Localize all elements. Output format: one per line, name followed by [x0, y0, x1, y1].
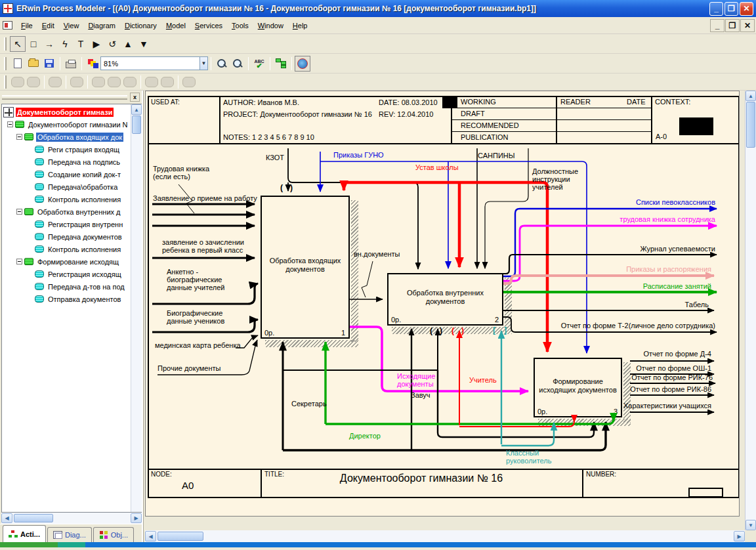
arrow-label-zavuch[interactable]: Завуч [411, 391, 430, 399]
restore-button[interactable]: ❐ [724, 2, 738, 16]
close-button[interactable]: ✕ [740, 2, 753, 16]
tree-item[interactable]: Контроль исполнения [3, 193, 142, 205]
text-tool-button[interactable]: T [73, 36, 89, 52]
arrow-label-direktor[interactable]: Директор [349, 432, 381, 440]
print-button[interactable] [63, 56, 79, 72]
scroll-left-icon[interactable]: ◀ [145, 531, 156, 541]
zoom-in-button[interactable] [214, 56, 230, 72]
tree-item-outgoing[interactable]: Формирование исходящ [3, 255, 142, 268]
zoom-dropdown-button[interactable]: ▼ [200, 57, 207, 70]
arrow-label-zayavlenie-priem[interactable]: Заявление о приеме на работу [153, 194, 270, 202]
minimize-button[interactable]: _ [709, 2, 723, 16]
tree-item[interactable]: Регистрация исходящ [3, 268, 142, 280]
arrow-label-kzot[interactable]: КЗОТ [266, 154, 284, 161]
arrow-label-tabel[interactable]: Табель [685, 301, 709, 308]
arrow-label-trud-knizhka[interactable]: Трудовая книжка (если есть) [153, 165, 224, 180]
menu-window[interactable]: Window [253, 19, 288, 32]
squiggle-tool-button[interactable]: ϟ [57, 36, 73, 52]
menu-edit[interactable]: Edit [37, 19, 59, 32]
rotate-tool-button[interactable]: ↺ [104, 36, 120, 52]
arrow-label-prikazy-guno[interactable]: Приказы ГУНО [333, 151, 384, 159]
scroll-up-icon[interactable]: ▲ [131, 104, 142, 115]
explorer-close-button[interactable]: x [130, 93, 140, 102]
activity-box-3[interactable]: Формирование исходящих документов 0р. 3 [534, 358, 622, 417]
arrow-label-medkarta[interactable]: мединская карта ребенка [155, 341, 241, 349]
tab-diagrams[interactable]: Diag... [47, 527, 92, 542]
arrow-label-biograf[interactable]: Биографические данные учеников [167, 309, 244, 325]
idef0-canvas[interactable]: USED AT: AUTHOR: Иванов М.В. DATE: 08.03… [145, 91, 740, 517]
arrow-label-ishodyashie[interactable]: Исходящие документы [397, 372, 450, 388]
tab-activities[interactable]: Acti... [3, 525, 46, 542]
tree-item[interactable]: Отправка документов [3, 293, 142, 305]
tree-item-internal[interactable]: Обработка внутренних д [3, 205, 142, 218]
scrollbar-thumb[interactable] [14, 514, 53, 522]
zoom-area-button[interactable] [230, 56, 245, 72]
scrollbar-thumb[interactable] [158, 532, 203, 541]
collapse-icon[interactable] [16, 259, 22, 264]
scroll-up-icon[interactable]: ▲ [746, 91, 756, 101]
tree-item-context[interactable]: Документооборот гимназии N [3, 118, 142, 131]
menu-dictionary[interactable]: Dictionary [120, 19, 161, 32]
arrow-label-zhurnal[interactable]: Журнал успеваемости [640, 245, 715, 253]
arrow-tool-button[interactable]: → [41, 36, 57, 52]
activity-box-2[interactable]: Обработка внутренних документов 0р. 2 [387, 273, 503, 326]
tree-item[interactable]: Контроль исполнения [3, 243, 142, 255]
toolbar-grip[interactable] [4, 57, 7, 70]
color-settings-button[interactable] [85, 56, 100, 72]
zoom-input[interactable] [101, 57, 200, 70]
collapse-icon[interactable] [7, 121, 13, 127]
arrow-label-raspisanie[interactable]: Расписание занятий [643, 282, 711, 290]
arrow-label-rik86[interactable]: Отчет по форме РИК-86 [630, 385, 711, 393]
arrow-label-anketno[interactable]: Анкетно - биографические данные учителей [167, 268, 244, 291]
arrow-label-ustav[interactable]: Устав школы [415, 163, 459, 171]
scrollbar-thumb[interactable] [746, 102, 755, 148]
open-button[interactable] [26, 56, 41, 72]
mdi-close-button[interactable]: ✕ [740, 19, 755, 32]
arrow-label-spiski[interactable]: Списки певоклассников [636, 198, 715, 206]
scroll-left-icon[interactable]: ◀ [1, 513, 12, 523]
arrow-label-harakteristiki[interactable]: Характеристики учащихся [623, 402, 711, 410]
toolbar-grip[interactable] [4, 75, 7, 89]
tab-objects[interactable]: Obj... [93, 527, 134, 542]
scroll-right-icon[interactable]: ▶ [734, 531, 745, 541]
mdi-minimize-button[interactable]: _ [710, 19, 724, 32]
tree-item[interactable]: Передача\обработка [3, 180, 142, 193]
collapse-icon[interactable] [16, 209, 22, 215]
arrow-label-prochie[interactable]: Прочие документы [158, 364, 221, 372]
tree-item-incoming[interactable]: Обработка входящих док [3, 131, 142, 143]
diagram-vertical-scrollbar[interactable]: ▲ ▼ [745, 91, 756, 530]
tree-horizontal-scrollbar[interactable]: ◀ ▶ [1, 513, 142, 524]
model-explorer-toggle-button[interactable] [273, 56, 289, 72]
arrow-label-uchitel[interactable]: Учитель [469, 376, 497, 384]
select-tool-button[interactable]: ↖ [10, 36, 26, 52]
arrow-label-rik76[interactable]: Отчет по форме РИК-76 [631, 373, 713, 381]
menu-view[interactable]: View [59, 19, 84, 32]
activity-box-tool-button[interactable]: □ [26, 36, 41, 52]
menu-help[interactable]: Help [288, 19, 312, 32]
arrow-label-prikazy-rasp[interactable]: Приказы и распоряжения [626, 265, 711, 273]
arrow-label-vn-dokumenty[interactable]: вн.документы [354, 250, 400, 258]
collapse-icon[interactable] [16, 134, 22, 140]
arrow-label-zayavlenie-zachislenie[interactable]: заявление о зачислении ребенка в первый … [162, 238, 254, 254]
tree-item[interactable]: Регистрация внутренн [3, 218, 142, 230]
scrollbar-thumb[interactable] [132, 116, 141, 134]
arrow-label-trud-sotrudnika[interactable]: трудовая книжка сотрудника [620, 215, 715, 223]
arrow-label-sekretar[interactable]: Секретарь [291, 400, 327, 408]
scroll-right-icon[interactable]: ▶ [131, 513, 142, 523]
diagram-horizontal-scrollbar[interactable]: ◀ ▶ [145, 530, 745, 542]
arrow-label-osh1[interactable]: Отчет по форме ОШ-1 [636, 364, 711, 372]
tree-item[interactable]: Создание копий док-т [3, 168, 142, 180]
explorer-gripper[interactable]: x [0, 91, 142, 104]
arrow-label-instructions[interactable]: Должностные инструкции учителей [532, 167, 593, 191]
menu-services[interactable]: Services [190, 19, 227, 32]
spell-check-button[interactable]: ABC✔ [251, 56, 267, 72]
activity-box-1[interactable]: Обработка входящих документов 0р. 1 [261, 196, 350, 339]
tree-item[interactable]: Передача документов [3, 230, 142, 243]
tree-item[interactable]: Передача на подпись [3, 156, 142, 168]
menu-diagram[interactable]: Diagram [83, 19, 120, 32]
arrow-label-t2[interactable]: Отчет по форме Т-2(личное дело сотрудник… [561, 322, 715, 329]
toolbar-grip[interactable] [4, 37, 7, 51]
arrow-label-d4[interactable]: Отчет по форме Д-4 [643, 350, 711, 358]
scroll-down-icon[interactable]: ▼ [746, 520, 756, 530]
arrow-label-sanpiny[interactable]: САНПИНЫ [478, 152, 514, 159]
